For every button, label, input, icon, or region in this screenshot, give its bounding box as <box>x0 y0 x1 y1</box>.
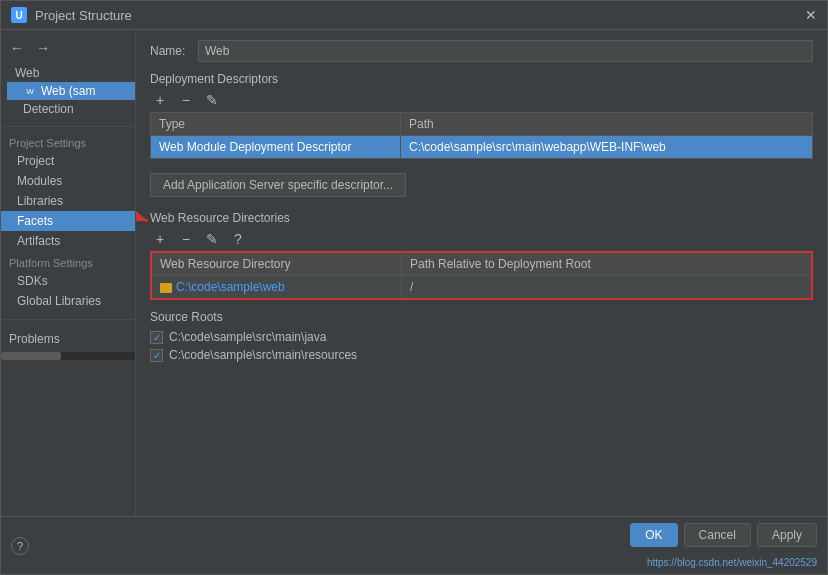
deployment-section: Deployment Descriptors + − ✎ Type Path W… <box>150 72 813 201</box>
sidebar-scrollbar-thumb <box>1 352 61 360</box>
detection-label: Detection <box>23 102 74 116</box>
close-button[interactable]: ✕ <box>805 7 817 23</box>
deployment-type-cell: Web Module Deployment Descriptor <box>151 136 401 158</box>
apply-button[interactable]: Apply <box>757 523 817 547</box>
source-root-path-1: C:\code\sample\src\main\java <box>169 330 326 344</box>
deployment-section-title: Deployment Descriptors <box>150 72 813 86</box>
source-root-path-2: C:\code\sample\src\main\resources <box>169 348 357 362</box>
deployment-path-header: Path <box>401 113 812 135</box>
main-content: ← → Web W Web (sam Detection Project Set… <box>1 30 827 516</box>
platform-settings-section: Platform Settings <box>1 251 135 271</box>
tree-detection[interactable]: Detection <box>7 100 135 118</box>
deployment-path-cell: C:\code\sample\src\main\webapp\WEB-INF\w… <box>401 136 812 158</box>
sidebar-item-facets[interactable]: Facets <box>1 211 135 231</box>
nav-forward-button[interactable]: → <box>33 38 53 58</box>
web-resource-section: Web Resource Directories + − ✎ ? Web Res… <box>150 211 813 300</box>
web-icon: W <box>23 84 37 98</box>
deployment-table-header: Type Path <box>151 113 812 136</box>
web-resource-section-title: Web Resource Directories <box>150 211 813 225</box>
deployment-remove-button[interactable]: − <box>176 90 196 110</box>
wr-dir-cell: C:\code\sample\web <box>152 276 402 298</box>
project-settings-section: Project Settings <box>1 131 135 151</box>
source-root-checkbox-1[interactable] <box>150 331 163 344</box>
tree-root-label: Web <box>15 66 39 80</box>
cancel-button[interactable]: Cancel <box>684 523 751 547</box>
wr-path-header: Path Relative to Deployment Root <box>402 253 811 275</box>
project-structure-dialog: U Project Structure ✕ ← → Web W Web (sam <box>0 0 828 575</box>
sidebar-item-modules[interactable]: Modules <box>1 171 135 191</box>
bottom-bar: ? OK Cancel Apply https://blog.csdn.net/… <box>1 516 827 574</box>
title-bar-left: U Project Structure <box>11 7 132 23</box>
name-input[interactable] <box>198 40 813 62</box>
sidebar-item-problems[interactable]: Problems <box>1 324 135 350</box>
source-root-row-2: C:\code\sample\src\main\resources <box>150 346 813 364</box>
sidebar-item-artifacts[interactable]: Artifacts <box>1 231 135 251</box>
title-bar: U Project Structure ✕ <box>1 1 827 30</box>
app-icon: U <box>11 7 27 23</box>
window-title: Project Structure <box>35 8 132 23</box>
web-resource-table: Web Resource Directory Path Relative to … <box>150 251 813 300</box>
folder-icon <box>160 283 172 293</box>
source-root-row-1: C:\code\sample\src\main\java <box>150 328 813 346</box>
deployment-add-button[interactable]: + <box>150 90 170 110</box>
deployment-table-row[interactable]: Web Module Deployment Descriptor C:\code… <box>151 136 812 158</box>
web-resource-toolbar: + − ✎ ? <box>150 229 813 249</box>
sidebar-item-sdks[interactable]: SDKs <box>1 271 135 291</box>
sidebar-item-project[interactable]: Project <box>1 151 135 171</box>
wr-dir-header: Web Resource Directory <box>152 253 402 275</box>
web-resource-table-row[interactable]: C:\code\sample\web / <box>152 276 811 298</box>
deployment-type-header: Type <box>151 113 401 135</box>
source-roots-title: Source Roots <box>150 310 813 324</box>
wr-edit-button[interactable]: ✎ <box>202 229 222 249</box>
add-server-button[interactable]: Add Application Server specific descript… <box>150 173 406 197</box>
source-roots-section: Source Roots C:\code\sample\src\main\jav… <box>150 310 813 364</box>
source-root-checkbox-2[interactable] <box>150 349 163 362</box>
help-button[interactable]: ? <box>11 537 29 555</box>
sidebar-scrollbar[interactable] <box>1 352 135 360</box>
sidebar: ← → Web W Web (sam Detection Project Set… <box>1 30 136 516</box>
name-row: Name: <box>150 40 813 62</box>
wr-path-cell: / <box>402 276 811 298</box>
web-resource-table-header: Web Resource Directory Path Relative to … <box>152 253 811 276</box>
url-bar: https://blog.csdn.net/weixin_44202529 <box>647 557 817 568</box>
tree-web-child[interactable]: W Web (sam <box>7 82 135 100</box>
name-label: Name: <box>150 44 190 58</box>
right-panel: Name: Deployment Descriptors + − ✎ Type … <box>136 30 827 516</box>
deployment-edit-button[interactable]: ✎ <box>202 90 222 110</box>
action-buttons: OK Cancel Apply <box>630 523 817 547</box>
wr-remove-button[interactable]: − <box>176 229 196 249</box>
tree-web-root[interactable]: Web <box>7 64 135 82</box>
tree-child-label: Web (sam <box>41 84 95 98</box>
nav-back-button[interactable]: ← <box>7 38 27 58</box>
wr-add-button[interactable]: + <box>150 229 170 249</box>
wr-help-button[interactable]: ? <box>228 229 248 249</box>
sidebar-item-libraries[interactable]: Libraries <box>1 191 135 211</box>
deployment-table: Type Path Web Module Deployment Descript… <box>150 112 813 159</box>
deployment-toolbar: + − ✎ <box>150 90 813 110</box>
ok-button[interactable]: OK <box>630 523 677 547</box>
sidebar-item-global-libraries[interactable]: Global Libraries <box>1 291 135 311</box>
